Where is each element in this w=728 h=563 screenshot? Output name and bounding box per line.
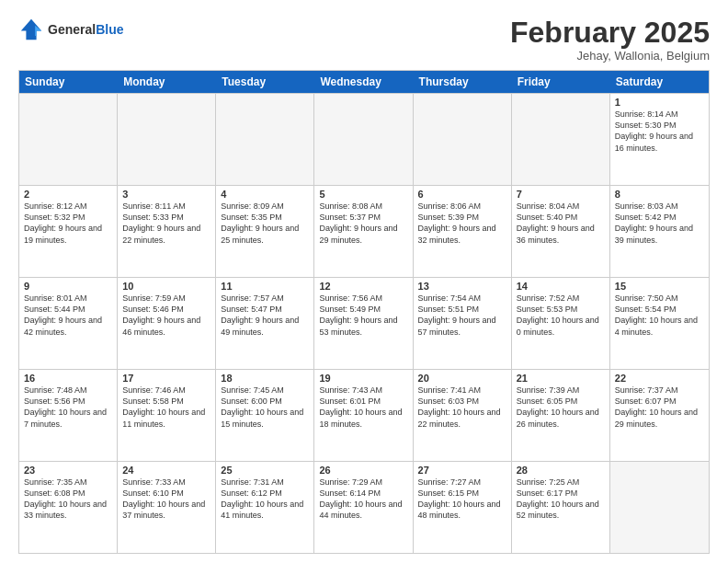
day-info: Sunrise: 8:09 AM Sunset: 5:35 PM Dayligh… (221, 201, 309, 246)
day-number: 23 (24, 465, 112, 476)
cal-cell: 8Sunrise: 8:03 AM Sunset: 5:42 PM Daylig… (610, 186, 709, 277)
cal-week-4: 16Sunrise: 7:48 AM Sunset: 5:56 PM Dayli… (19, 369, 709, 461)
title-block: February 2025 Jehay, Wallonia, Belgium (510, 17, 710, 63)
day-info: Sunrise: 8:03 AM Sunset: 5:42 PM Dayligh… (615, 201, 704, 246)
logo: GeneralBlue (18, 17, 123, 42)
logo-icon (18, 17, 44, 42)
day-number: 5 (319, 189, 407, 200)
day-number: 11 (221, 281, 309, 292)
day-number: 12 (319, 281, 407, 292)
cal-cell: 13Sunrise: 7:54 AM Sunset: 5:51 PM Dayli… (414, 278, 512, 369)
cal-header-wednesday: Wednesday (314, 71, 413, 93)
day-number: 4 (221, 189, 309, 200)
day-number: 16 (24, 373, 112, 384)
day-info: Sunrise: 7:56 AM Sunset: 5:49 PM Dayligh… (319, 293, 407, 338)
day-info: Sunrise: 8:14 AM Sunset: 5:30 PM Dayligh… (615, 109, 704, 154)
day-number: 7 (517, 189, 605, 200)
cal-cell (610, 462, 709, 553)
cal-week-3: 9Sunrise: 8:01 AM Sunset: 5:44 PM Daylig… (19, 277, 709, 369)
cal-cell (414, 94, 512, 185)
day-number: 1 (615, 97, 704, 108)
day-info: Sunrise: 7:50 AM Sunset: 5:54 PM Dayligh… (615, 293, 704, 338)
day-number: 3 (122, 189, 210, 200)
cal-cell: 5Sunrise: 8:08 AM Sunset: 5:37 PM Daylig… (314, 186, 413, 277)
cal-header-saturday: Saturday (610, 71, 709, 93)
day-info: Sunrise: 7:52 AM Sunset: 5:53 PM Dayligh… (517, 293, 605, 338)
cal-cell: 14Sunrise: 7:52 AM Sunset: 5:53 PM Dayli… (512, 278, 610, 369)
cal-cell: 17Sunrise: 7:46 AM Sunset: 5:58 PM Dayli… (118, 370, 216, 461)
cal-cell: 1Sunrise: 8:14 AM Sunset: 5:30 PM Daylig… (610, 94, 709, 185)
day-number: 19 (319, 373, 407, 384)
day-number: 18 (221, 373, 309, 384)
day-number: 27 (418, 465, 506, 476)
day-number: 26 (319, 465, 407, 476)
cal-header-thursday: Thursday (414, 71, 512, 93)
cal-cell: 18Sunrise: 7:45 AM Sunset: 6:00 PM Dayli… (216, 370, 314, 461)
day-info: Sunrise: 7:33 AM Sunset: 6:10 PM Dayligh… (122, 477, 210, 522)
day-info: Sunrise: 7:43 AM Sunset: 6:01 PM Dayligh… (319, 385, 407, 430)
calendar: SundayMondayTuesdayWednesdayThursdayFrid… (18, 70, 710, 554)
page: GeneralBlue February 2025 Jehay, Walloni… (0, 0, 728, 563)
cal-cell (314, 94, 413, 185)
calendar-header: SundayMondayTuesdayWednesdayThursdayFrid… (19, 71, 709, 93)
day-number: 24 (122, 465, 210, 476)
cal-cell: 11Sunrise: 7:57 AM Sunset: 5:47 PM Dayli… (216, 278, 314, 369)
day-info: Sunrise: 7:45 AM Sunset: 6:00 PM Dayligh… (221, 385, 309, 430)
cal-cell: 12Sunrise: 7:56 AM Sunset: 5:49 PM Dayli… (314, 278, 413, 369)
day-number: 21 (517, 373, 605, 384)
day-number: 2 (24, 189, 112, 200)
day-number: 6 (418, 189, 506, 200)
header: GeneralBlue February 2025 Jehay, Walloni… (18, 17, 710, 63)
calendar-body: 1Sunrise: 8:14 AM Sunset: 5:30 PM Daylig… (19, 93, 709, 553)
day-info: Sunrise: 8:11 AM Sunset: 5:33 PM Dayligh… (122, 201, 210, 246)
day-number: 8 (615, 189, 704, 200)
cal-header-tuesday: Tuesday (216, 71, 314, 93)
day-info: Sunrise: 7:25 AM Sunset: 6:17 PM Dayligh… (517, 477, 605, 522)
day-info: Sunrise: 7:57 AM Sunset: 5:47 PM Dayligh… (221, 293, 309, 338)
cal-cell: 3Sunrise: 8:11 AM Sunset: 5:33 PM Daylig… (118, 186, 216, 277)
cal-cell: 27Sunrise: 7:27 AM Sunset: 6:15 PM Dayli… (414, 462, 512, 553)
day-info: Sunrise: 7:31 AM Sunset: 6:12 PM Dayligh… (221, 477, 309, 522)
day-number: 14 (517, 281, 605, 292)
day-info: Sunrise: 8:12 AM Sunset: 5:32 PM Dayligh… (24, 201, 112, 246)
day-number: 25 (221, 465, 309, 476)
day-number: 17 (122, 373, 210, 384)
day-number: 15 (615, 281, 704, 292)
cal-cell: 20Sunrise: 7:41 AM Sunset: 6:03 PM Dayli… (414, 370, 512, 461)
logo-blue: Blue (96, 22, 123, 37)
day-number: 28 (517, 465, 605, 476)
day-number: 13 (418, 281, 506, 292)
day-number: 22 (615, 373, 704, 384)
day-info: Sunrise: 7:41 AM Sunset: 6:03 PM Dayligh… (418, 385, 506, 430)
day-number: 20 (418, 373, 506, 384)
cal-week-2: 2Sunrise: 8:12 AM Sunset: 5:32 PM Daylig… (19, 185, 709, 277)
cal-cell: 4Sunrise: 8:09 AM Sunset: 5:35 PM Daylig… (216, 186, 314, 277)
day-number: 10 (122, 281, 210, 292)
cal-cell: 7Sunrise: 8:04 AM Sunset: 5:40 PM Daylig… (512, 186, 610, 277)
cal-cell (216, 94, 314, 185)
day-info: Sunrise: 8:06 AM Sunset: 5:39 PM Dayligh… (418, 201, 506, 246)
cal-cell: 25Sunrise: 7:31 AM Sunset: 6:12 PM Dayli… (216, 462, 314, 553)
cal-cell: 22Sunrise: 7:37 AM Sunset: 6:07 PM Dayli… (610, 370, 709, 461)
cal-week-1: 1Sunrise: 8:14 AM Sunset: 5:30 PM Daylig… (19, 93, 709, 185)
cal-header-monday: Monday (118, 71, 216, 93)
day-info: Sunrise: 7:35 AM Sunset: 6:08 PM Dayligh… (24, 477, 112, 522)
cal-cell: 24Sunrise: 7:33 AM Sunset: 6:10 PM Dayli… (118, 462, 216, 553)
logo-general: General (48, 22, 96, 37)
day-info: Sunrise: 8:01 AM Sunset: 5:44 PM Dayligh… (24, 293, 112, 338)
cal-cell (512, 94, 610, 185)
cal-cell: 21Sunrise: 7:39 AM Sunset: 6:05 PM Dayli… (512, 370, 610, 461)
cal-cell: 23Sunrise: 7:35 AM Sunset: 6:08 PM Dayli… (19, 462, 118, 553)
cal-cell: 15Sunrise: 7:50 AM Sunset: 5:54 PM Dayli… (610, 278, 709, 369)
cal-cell (19, 94, 118, 185)
cal-header-friday: Friday (512, 71, 610, 93)
cal-header-sunday: Sunday (19, 71, 118, 93)
day-info: Sunrise: 7:39 AM Sunset: 6:05 PM Dayligh… (517, 385, 605, 430)
day-info: Sunrise: 7:59 AM Sunset: 5:46 PM Dayligh… (122, 293, 210, 338)
logo-text: GeneralBlue (48, 22, 123, 38)
cal-cell: 16Sunrise: 7:48 AM Sunset: 5:56 PM Dayli… (19, 370, 118, 461)
day-info: Sunrise: 7:46 AM Sunset: 5:58 PM Dayligh… (122, 385, 210, 430)
day-info: Sunrise: 8:08 AM Sunset: 5:37 PM Dayligh… (319, 201, 407, 246)
day-info: Sunrise: 7:37 AM Sunset: 6:07 PM Dayligh… (615, 385, 704, 430)
day-info: Sunrise: 7:54 AM Sunset: 5:51 PM Dayligh… (418, 293, 506, 338)
